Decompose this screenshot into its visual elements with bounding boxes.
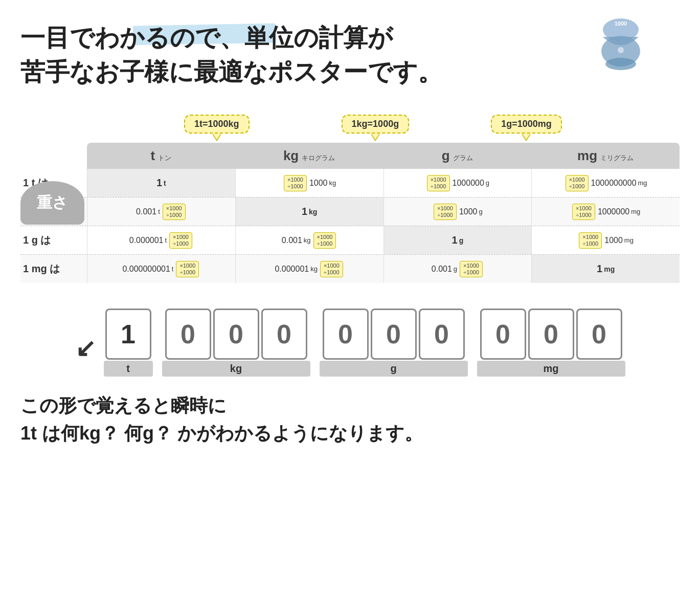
bottom-line2: 1t は何kg？ 何g？ かがわかるようになります。 [20, 420, 680, 447]
arrow-box: ×1000÷1000 [169, 232, 192, 249]
digit-groups: 1 t 0 0 0 kg [104, 309, 625, 377]
unit-label-g: g [320, 361, 468, 377]
arrow-box: ×1000÷1000 [572, 204, 595, 220]
arrow-indicator: ↙ [75, 334, 96, 362]
digit-box-4: 0 [261, 309, 307, 360]
cell-mg-kg: 0.000001 kg ×1000÷1000 [235, 255, 383, 283]
arrow-box: ×1000÷1000 [566, 175, 589, 191]
digit-boxes-container: 1 t 0 0 0 kg [104, 309, 625, 377]
bottom-text-section: この形で覚えると瞬時に 1t は何kg？ 何g？ かがわかるようになります。 [20, 392, 680, 447]
digit-display-row: ↙ 1 t 0 0 0 [75, 309, 625, 377]
digit-boxes-kg: 0 0 0 [165, 309, 307, 360]
cell-kg-t: 0.001 t ×1000÷1000 [87, 198, 235, 226]
bubble-2: 1kg=1000g [342, 115, 410, 134]
digit-box-8: 0 [480, 309, 526, 360]
cell-t-mg: ×1000÷1000 1000000000 mg [531, 169, 680, 197]
digit-box-9: 0 [528, 309, 574, 360]
digit-boxes-t: 1 [105, 309, 151, 360]
cell-t-g: ×1000÷1000 1000000 g [383, 169, 532, 197]
arrow-box: ×1000÷1000 [163, 204, 186, 220]
digit-box-2: 0 [165, 309, 211, 360]
cell-kg-g: ×1000÷1000 1000 g [383, 198, 532, 226]
cell-g-g: 1 g [383, 226, 532, 254]
cell-g-t: 0.000001 t ×1000÷1000 [87, 226, 235, 254]
table-row: 1 g は 0.000001 t ×1000÷1000 0.001 kg ×10… [20, 226, 680, 255]
arrow-box: ×1000÷1000 [460, 261, 483, 277]
row-label-mg: 1 mg は [20, 256, 87, 282]
arrow-box: ×1000÷1000 [427, 175, 450, 191]
header-line1: 一目でわかるので、単位の計算が [20, 20, 680, 55]
cell-kg-mg: ×1000÷1000 1000000 mg [531, 198, 680, 226]
col-header-mg: mg ミリグラム [531, 143, 680, 169]
digit-box-6: 0 [371, 309, 417, 360]
weight-badge: 重さ [20, 181, 84, 225]
digit-box-1: 1 [105, 309, 151, 360]
cell-g-kg: 0.001 kg ×1000÷1000 [235, 226, 383, 254]
unit-group-g: 0 0 0 g [320, 309, 468, 377]
col-header-t: t トン [87, 143, 235, 169]
digit-section: ↙ 1 t 0 0 0 [20, 309, 680, 377]
cell-mg-g: 0.001 g ×1000÷1000 [383, 255, 532, 283]
header-section: 1000 一目でわかるので、単位の計算が 苦手なお子様に最適なポスターです。 [20, 15, 680, 94]
weight-table-section: 1t=1000kg 1kg=1000g 1g=1000mg t トン kg キロ… [20, 115, 680, 283]
header-title: 一目でわかるので、単位の計算が 苦手なお子様に最適なポスターです。 [20, 20, 680, 89]
table-row: 1 mg は 0.000000001 t ×1000÷1000 0.000001… [20, 255, 680, 283]
bubble-1: 1t=1000kg [184, 115, 250, 134]
cell-kg-kg: 1 kg [235, 198, 383, 226]
cell-mg-t: 0.000000001 t ×1000÷1000 [87, 255, 235, 283]
unit-group-t: 1 t [104, 309, 153, 377]
bubble-3: 1g=1000mg [491, 115, 562, 134]
unit-label-t: t [104, 361, 153, 377]
unit-group-kg: 0 0 0 kg [162, 309, 310, 377]
arrow-box: ×1000÷1000 [284, 175, 307, 191]
digit-box-7: 0 [419, 309, 465, 360]
digit-box-5: 0 [323, 309, 369, 360]
data-rows: 1 t は 1 t ×1000÷1000 1000 kg ×1000÷1000 … [20, 169, 680, 283]
bottom-line1: この形で覚えると瞬時に [20, 392, 680, 420]
header-line2: 苦手なお子様に最適なポスターです。 [20, 55, 680, 89]
arrow-box: ×1000÷1000 [579, 232, 602, 249]
table-row: 1 kg は 0.001 t ×1000÷1000 1 kg ×1000÷100… [20, 198, 680, 226]
col-header-kg: kg キログラム [235, 143, 383, 169]
cell-t-kg: ×1000÷1000 1000 kg [235, 169, 383, 197]
cell-t-t: 1 t [87, 169, 235, 197]
digit-box-10: 0 [576, 309, 622, 360]
arrow-box: ×1000÷1000 [176, 261, 199, 277]
digit-box-3: 0 [213, 309, 259, 360]
table-row: 1 t は 1 t ×1000÷1000 1000 kg ×1000÷1000 … [20, 169, 680, 198]
unit-label-kg: kg [162, 361, 310, 377]
digit-boxes-mg: 0 0 0 [480, 309, 622, 360]
arrow-box: ×1000÷1000 [434, 204, 457, 220]
unit-label-mg: mg [477, 361, 625, 377]
digit-boxes-g: 0 0 0 [323, 309, 465, 360]
cell-g-mg: ×1000÷1000 1000 mg [531, 226, 680, 254]
row-label-g: 1 g は [20, 227, 87, 253]
col-header-g: g グラム [383, 143, 532, 169]
cell-mg-mg: 1 mg [531, 255, 680, 283]
arrow-box: ×1000÷1000 [320, 261, 343, 277]
arrow-box: ×1000÷1000 [313, 232, 336, 249]
unit-group-mg: 0 0 0 mg [477, 309, 625, 377]
column-headers: t トン kg キログラム g グラム mg ミリグラム [87, 143, 680, 169]
